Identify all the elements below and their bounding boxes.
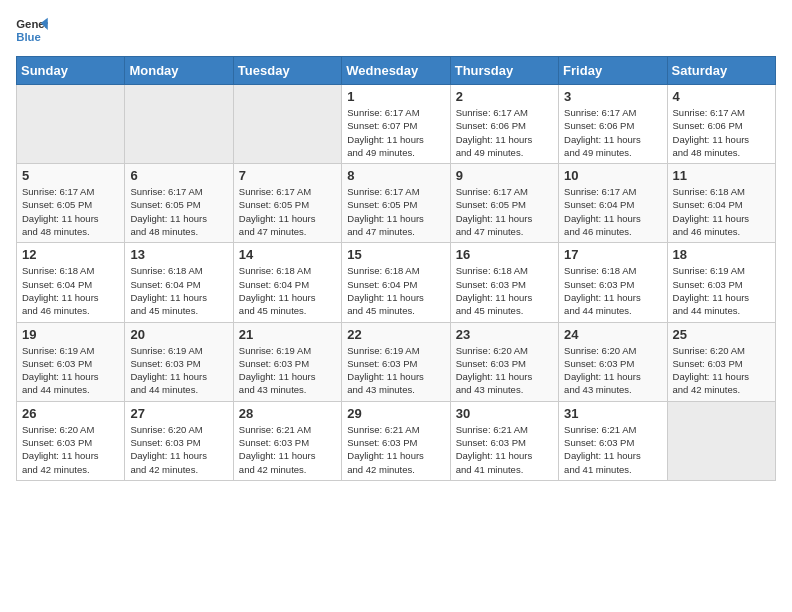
- day-info: Sunrise: 6:20 AM Sunset: 6:03 PM Dayligh…: [130, 423, 227, 476]
- calendar-cell: 9Sunrise: 6:17 AM Sunset: 6:05 PM Daylig…: [450, 164, 558, 243]
- calendar-cell: 30Sunrise: 6:21 AM Sunset: 6:03 PM Dayli…: [450, 401, 558, 480]
- calendar-cell: 26Sunrise: 6:20 AM Sunset: 6:03 PM Dayli…: [17, 401, 125, 480]
- day-number: 8: [347, 168, 444, 183]
- day-number: 22: [347, 327, 444, 342]
- day-number: 17: [564, 247, 661, 262]
- day-info: Sunrise: 6:17 AM Sunset: 6:06 PM Dayligh…: [456, 106, 553, 159]
- day-info: Sunrise: 6:17 AM Sunset: 6:05 PM Dayligh…: [22, 185, 119, 238]
- calendar-cell: 14Sunrise: 6:18 AM Sunset: 6:04 PM Dayli…: [233, 243, 341, 322]
- day-info: Sunrise: 6:19 AM Sunset: 6:03 PM Dayligh…: [22, 344, 119, 397]
- day-info: Sunrise: 6:19 AM Sunset: 6:03 PM Dayligh…: [239, 344, 336, 397]
- calendar-cell: 22Sunrise: 6:19 AM Sunset: 6:03 PM Dayli…: [342, 322, 450, 401]
- weekday-header-monday: Monday: [125, 57, 233, 85]
- day-number: 2: [456, 89, 553, 104]
- calendar-cell: [125, 85, 233, 164]
- calendar-cell: 3Sunrise: 6:17 AM Sunset: 6:06 PM Daylig…: [559, 85, 667, 164]
- day-info: Sunrise: 6:21 AM Sunset: 6:03 PM Dayligh…: [564, 423, 661, 476]
- calendar-cell: 24Sunrise: 6:20 AM Sunset: 6:03 PM Dayli…: [559, 322, 667, 401]
- weekday-header-tuesday: Tuesday: [233, 57, 341, 85]
- day-number: 14: [239, 247, 336, 262]
- logo-icon: General Blue: [16, 16, 48, 44]
- calendar-cell: 1Sunrise: 6:17 AM Sunset: 6:07 PM Daylig…: [342, 85, 450, 164]
- day-info: Sunrise: 6:19 AM Sunset: 6:03 PM Dayligh…: [347, 344, 444, 397]
- day-info: Sunrise: 6:17 AM Sunset: 6:05 PM Dayligh…: [130, 185, 227, 238]
- calendar-cell: 15Sunrise: 6:18 AM Sunset: 6:04 PM Dayli…: [342, 243, 450, 322]
- day-number: 10: [564, 168, 661, 183]
- calendar-cell: 31Sunrise: 6:21 AM Sunset: 6:03 PM Dayli…: [559, 401, 667, 480]
- calendar-cell: [667, 401, 775, 480]
- day-number: 12: [22, 247, 119, 262]
- day-number: 23: [456, 327, 553, 342]
- day-number: 20: [130, 327, 227, 342]
- calendar-cell: 6Sunrise: 6:17 AM Sunset: 6:05 PM Daylig…: [125, 164, 233, 243]
- day-info: Sunrise: 6:18 AM Sunset: 6:03 PM Dayligh…: [564, 264, 661, 317]
- calendar-cell: 12Sunrise: 6:18 AM Sunset: 6:04 PM Dayli…: [17, 243, 125, 322]
- day-info: Sunrise: 6:19 AM Sunset: 6:03 PM Dayligh…: [130, 344, 227, 397]
- calendar-week-row: 1Sunrise: 6:17 AM Sunset: 6:07 PM Daylig…: [17, 85, 776, 164]
- day-info: Sunrise: 6:20 AM Sunset: 6:03 PM Dayligh…: [456, 344, 553, 397]
- day-info: Sunrise: 6:20 AM Sunset: 6:03 PM Dayligh…: [22, 423, 119, 476]
- day-info: Sunrise: 6:17 AM Sunset: 6:07 PM Dayligh…: [347, 106, 444, 159]
- calendar-week-row: 12Sunrise: 6:18 AM Sunset: 6:04 PM Dayli…: [17, 243, 776, 322]
- day-number: 28: [239, 406, 336, 421]
- calendar-cell: 27Sunrise: 6:20 AM Sunset: 6:03 PM Dayli…: [125, 401, 233, 480]
- day-info: Sunrise: 6:18 AM Sunset: 6:04 PM Dayligh…: [673, 185, 770, 238]
- calendar-cell: [17, 85, 125, 164]
- day-number: 19: [22, 327, 119, 342]
- calendar-week-row: 5Sunrise: 6:17 AM Sunset: 6:05 PM Daylig…: [17, 164, 776, 243]
- weekday-header-saturday: Saturday: [667, 57, 775, 85]
- day-info: Sunrise: 6:21 AM Sunset: 6:03 PM Dayligh…: [456, 423, 553, 476]
- day-info: Sunrise: 6:17 AM Sunset: 6:04 PM Dayligh…: [564, 185, 661, 238]
- calendar-week-row: 26Sunrise: 6:20 AM Sunset: 6:03 PM Dayli…: [17, 401, 776, 480]
- day-info: Sunrise: 6:17 AM Sunset: 6:05 PM Dayligh…: [456, 185, 553, 238]
- day-number: 30: [456, 406, 553, 421]
- calendar-cell: 23Sunrise: 6:20 AM Sunset: 6:03 PM Dayli…: [450, 322, 558, 401]
- day-info: Sunrise: 6:18 AM Sunset: 6:04 PM Dayligh…: [347, 264, 444, 317]
- calendar-cell: 18Sunrise: 6:19 AM Sunset: 6:03 PM Dayli…: [667, 243, 775, 322]
- day-number: 11: [673, 168, 770, 183]
- weekday-header-sunday: Sunday: [17, 57, 125, 85]
- calendar-cell: 17Sunrise: 6:18 AM Sunset: 6:03 PM Dayli…: [559, 243, 667, 322]
- calendar-cell: 5Sunrise: 6:17 AM Sunset: 6:05 PM Daylig…: [17, 164, 125, 243]
- day-info: Sunrise: 6:17 AM Sunset: 6:06 PM Dayligh…: [673, 106, 770, 159]
- calendar-cell: 2Sunrise: 6:17 AM Sunset: 6:06 PM Daylig…: [450, 85, 558, 164]
- calendar-cell: 21Sunrise: 6:19 AM Sunset: 6:03 PM Dayli…: [233, 322, 341, 401]
- day-number: 13: [130, 247, 227, 262]
- calendar-week-row: 19Sunrise: 6:19 AM Sunset: 6:03 PM Dayli…: [17, 322, 776, 401]
- day-info: Sunrise: 6:17 AM Sunset: 6:05 PM Dayligh…: [239, 185, 336, 238]
- day-info: Sunrise: 6:17 AM Sunset: 6:05 PM Dayligh…: [347, 185, 444, 238]
- calendar-cell: 20Sunrise: 6:19 AM Sunset: 6:03 PM Dayli…: [125, 322, 233, 401]
- calendar-cell: 13Sunrise: 6:18 AM Sunset: 6:04 PM Dayli…: [125, 243, 233, 322]
- calendar-cell: 29Sunrise: 6:21 AM Sunset: 6:03 PM Dayli…: [342, 401, 450, 480]
- day-number: 4: [673, 89, 770, 104]
- day-number: 24: [564, 327, 661, 342]
- day-info: Sunrise: 6:20 AM Sunset: 6:03 PM Dayligh…: [564, 344, 661, 397]
- logo: General Blue: [16, 16, 48, 44]
- weekday-header-friday: Friday: [559, 57, 667, 85]
- day-number: 1: [347, 89, 444, 104]
- day-info: Sunrise: 6:21 AM Sunset: 6:03 PM Dayligh…: [239, 423, 336, 476]
- day-info: Sunrise: 6:21 AM Sunset: 6:03 PM Dayligh…: [347, 423, 444, 476]
- calendar-cell: 11Sunrise: 6:18 AM Sunset: 6:04 PM Dayli…: [667, 164, 775, 243]
- day-number: 18: [673, 247, 770, 262]
- calendar-cell: 25Sunrise: 6:20 AM Sunset: 6:03 PM Dayli…: [667, 322, 775, 401]
- weekday-header-row: SundayMondayTuesdayWednesdayThursdayFrid…: [17, 57, 776, 85]
- day-number: 7: [239, 168, 336, 183]
- day-number: 29: [347, 406, 444, 421]
- day-number: 9: [456, 168, 553, 183]
- day-number: 3: [564, 89, 661, 104]
- calendar-cell: 16Sunrise: 6:18 AM Sunset: 6:03 PM Dayli…: [450, 243, 558, 322]
- day-info: Sunrise: 6:18 AM Sunset: 6:04 PM Dayligh…: [130, 264, 227, 317]
- day-info: Sunrise: 6:17 AM Sunset: 6:06 PM Dayligh…: [564, 106, 661, 159]
- day-number: 27: [130, 406, 227, 421]
- day-number: 5: [22, 168, 119, 183]
- svg-text:Blue: Blue: [16, 31, 41, 43]
- calendar-cell: 8Sunrise: 6:17 AM Sunset: 6:05 PM Daylig…: [342, 164, 450, 243]
- day-info: Sunrise: 6:20 AM Sunset: 6:03 PM Dayligh…: [673, 344, 770, 397]
- day-number: 15: [347, 247, 444, 262]
- day-info: Sunrise: 6:18 AM Sunset: 6:04 PM Dayligh…: [22, 264, 119, 317]
- calendar-cell: 7Sunrise: 6:17 AM Sunset: 6:05 PM Daylig…: [233, 164, 341, 243]
- calendar-cell: 4Sunrise: 6:17 AM Sunset: 6:06 PM Daylig…: [667, 85, 775, 164]
- day-info: Sunrise: 6:18 AM Sunset: 6:04 PM Dayligh…: [239, 264, 336, 317]
- weekday-header-thursday: Thursday: [450, 57, 558, 85]
